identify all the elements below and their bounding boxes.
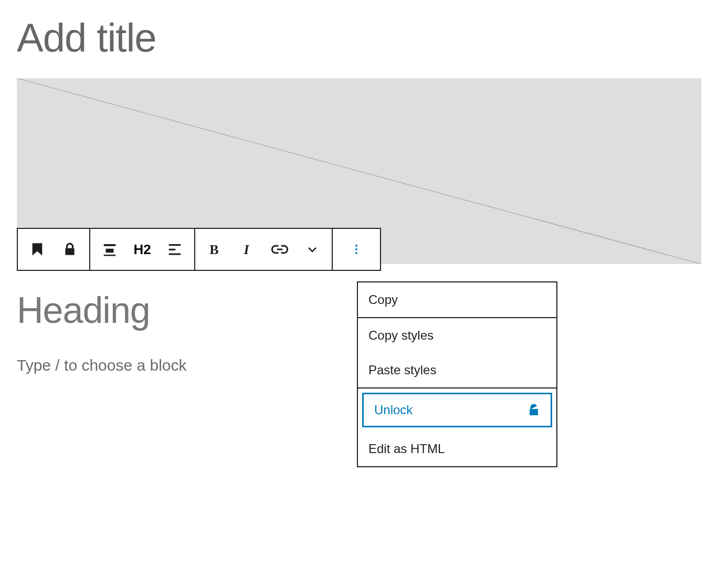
block-toolbar: H2 B I xyxy=(17,228,381,271)
menu-item-copy-styles[interactable]: Copy styles xyxy=(358,318,556,353)
unlock-icon xyxy=(527,404,540,416)
menu-item-edit-html[interactable]: Edit as HTML xyxy=(358,432,556,466)
menu-item-label: Unlock xyxy=(374,403,413,417)
align-icon xyxy=(102,242,118,257)
svg-rect-4 xyxy=(104,255,116,256)
menu-item-unlock[interactable]: Unlock xyxy=(362,393,552,427)
svg-rect-3 xyxy=(106,249,114,253)
menu-item-paste-styles[interactable]: Paste styles xyxy=(358,353,556,387)
bold-icon: B xyxy=(208,243,221,256)
toolbar-group-block xyxy=(17,228,90,271)
svg-text:I: I xyxy=(244,243,250,256)
block-options-menu: Copy Copy styles Paste styles Unlock Edi… xyxy=(357,281,557,467)
menu-item-label: Edit as HTML xyxy=(368,442,445,456)
lock-icon xyxy=(63,243,77,256)
italic-icon: I xyxy=(240,243,254,256)
block-type-button[interactable] xyxy=(21,233,54,266)
menu-divider xyxy=(358,387,556,388)
chevron-down-icon xyxy=(306,243,319,256)
menu-item-label: Paste styles xyxy=(368,363,436,377)
menu-item-label: Copy xyxy=(368,292,398,307)
link-icon xyxy=(271,241,288,258)
svg-rect-7 xyxy=(169,254,181,255)
svg-rect-6 xyxy=(169,249,176,250)
text-align-button[interactable] xyxy=(159,233,191,266)
svg-rect-2 xyxy=(104,244,116,246)
svg-rect-14 xyxy=(530,409,538,415)
heading-level-button[interactable]: H2 xyxy=(126,233,159,266)
svg-rect-5 xyxy=(169,244,181,246)
bold-button[interactable]: B xyxy=(198,233,231,266)
bookmark-icon xyxy=(30,242,45,257)
svg-point-13 xyxy=(355,252,357,254)
menu-item-label: Copy styles xyxy=(368,328,434,343)
toolbar-group-options xyxy=(333,228,381,271)
text-align-left-icon xyxy=(167,242,183,257)
block-options-button[interactable] xyxy=(340,233,373,266)
align-button[interactable] xyxy=(93,233,126,266)
svg-point-11 xyxy=(355,245,357,247)
toolbar-group-heading: H2 xyxy=(90,228,195,271)
italic-button[interactable]: I xyxy=(231,233,263,266)
heading-level-label: H2 xyxy=(133,242,151,258)
lock-button[interactable] xyxy=(54,233,86,266)
menu-item-copy[interactable]: Copy xyxy=(358,282,556,317)
svg-text:B: B xyxy=(209,243,218,256)
link-button[interactable] xyxy=(263,233,296,266)
post-title-input[interactable]: Add title xyxy=(17,15,701,60)
svg-rect-1 xyxy=(65,248,74,255)
toolbar-group-format: B I xyxy=(195,228,333,271)
more-vertical-icon xyxy=(350,243,363,256)
svg-point-12 xyxy=(355,248,357,250)
more-format-button[interactable] xyxy=(296,233,329,266)
